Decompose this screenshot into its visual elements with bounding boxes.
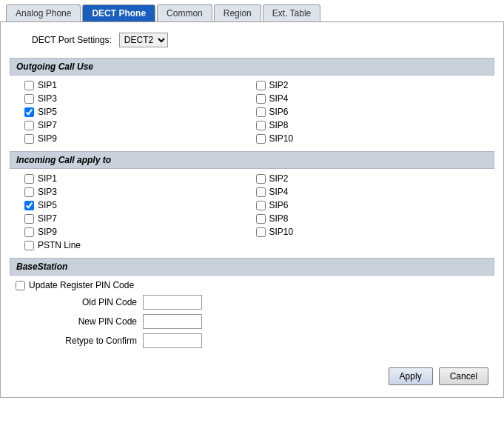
new-pin-label: New PIN Code <box>39 316 143 327</box>
in-sip4-label: SIP4 <box>269 187 289 197</box>
in-sip2-checkbox[interactable] <box>256 174 266 184</box>
incoming-call-header: Incoming Call apply to <box>10 151 494 169</box>
in-pstn-label: PSTN Line <box>38 240 81 250</box>
tab-ext-table[interactable]: Ext. Table <box>263 4 320 21</box>
in-sip8-checkbox[interactable] <box>256 214 266 224</box>
out-sip5-label: SIP5 <box>38 107 57 117</box>
list-item: SIP3 <box>24 187 256 197</box>
out-sip6-checkbox[interactable] <box>256 107 266 117</box>
in-sip1-checkbox[interactable] <box>24 174 34 184</box>
pin-fields: Old PIN Code New PIN Code Retype to Conf… <box>39 295 494 348</box>
basestation-section: BaseStation Update Register PIN Code Old… <box>10 258 494 348</box>
out-sip4-label: SIP4 <box>269 93 289 104</box>
tab-dect-phone[interactable]: DECT Phone <box>82 4 155 21</box>
new-pin-row: New PIN Code <box>39 314 494 329</box>
update-pin-label: Update Register PIN Code <box>29 280 134 290</box>
in-pstn-checkbox[interactable] <box>24 241 34 250</box>
out-sip9-label: SIP9 <box>38 133 57 144</box>
outgoing-call-grid: SIP1 SIP2 SIP3 SIP4 SIP5 SIP6 SIP7 SIP8 <box>24 80 487 144</box>
out-sip4-checkbox[interactable] <box>256 94 266 104</box>
dect-port-row: DECT Port Settings: DECT1 DECT2 DECT3 DE… <box>10 30 494 50</box>
out-sip8-label: SIP8 <box>269 120 289 130</box>
retype-pin-input[interactable] <box>143 333 202 348</box>
out-sip3-checkbox[interactable] <box>24 94 34 104</box>
old-pin-row: Old PIN Code <box>39 295 494 310</box>
list-item: SIP2 <box>256 173 488 184</box>
basestation-header: BaseStation <box>10 258 494 276</box>
dect-port-label: DECT Port Settings: <box>32 35 112 45</box>
list-item: SIP9 <box>24 133 256 144</box>
out-sip1-checkbox[interactable] <box>24 81 34 90</box>
in-sip1-label: SIP1 <box>38 173 57 184</box>
out-sip2-checkbox[interactable] <box>256 81 266 90</box>
in-sip10-label: SIP10 <box>269 227 294 237</box>
list-item: SIP5 <box>24 200 256 210</box>
in-sip2-label: SIP2 <box>269 173 289 184</box>
list-item: SIP6 <box>256 200 488 210</box>
out-sip9-checkbox[interactable] <box>24 134 34 144</box>
incoming-call-grid: SIP1 SIP2 SIP3 SIP4 SIP5 SIP6 SIP7 SIP8 <box>24 173 487 250</box>
out-sip8-checkbox[interactable] <box>256 121 266 130</box>
in-sip4-checkbox[interactable] <box>256 187 266 197</box>
list-item: SIP2 <box>256 80 488 90</box>
in-sip6-label: SIP6 <box>269 200 289 210</box>
in-sip5-checkbox[interactable] <box>24 201 34 210</box>
tab-common[interactable]: Common <box>157 4 212 21</box>
list-item: SIP5 <box>24 107 256 117</box>
in-sip9-checkbox[interactable] <box>24 227 34 237</box>
out-sip10-label: SIP10 <box>269 133 294 144</box>
in-sip9-label: SIP9 <box>38 227 57 237</box>
list-item: SIP8 <box>256 120 488 130</box>
tab-bar: Analog Phone DECT Phone Common Region Ex… <box>0 0 504 22</box>
retype-pin-label: Retype to Confirm <box>39 336 143 346</box>
update-pin-checkbox[interactable] <box>16 281 25 290</box>
list-item: PSTN Line <box>24 240 256 250</box>
outgoing-call-header: Outgoing Call Use <box>10 58 494 76</box>
in-sip3-checkbox[interactable] <box>24 187 34 197</box>
new-pin-input[interactable] <box>143 314 202 329</box>
out-sip1-label: SIP1 <box>38 80 57 90</box>
old-pin-label: Old PIN Code <box>39 297 143 307</box>
list-item: SIP1 <box>24 80 256 90</box>
list-item: SIP6 <box>256 107 488 117</box>
out-sip6-label: SIP6 <box>269 107 289 117</box>
out-sip3-label: SIP3 <box>38 93 57 104</box>
in-sip10-checkbox[interactable] <box>256 227 266 237</box>
out-sip2-label: SIP2 <box>269 80 289 90</box>
in-sip7-checkbox[interactable] <box>24 214 34 224</box>
list-item: SIP8 <box>256 213 488 224</box>
list-item: SIP4 <box>256 187 488 197</box>
out-sip7-checkbox[interactable] <box>24 121 34 130</box>
out-sip10-checkbox[interactable] <box>256 134 266 144</box>
list-item: SIP10 <box>256 133 488 144</box>
tab-analog-phone[interactable]: Analog Phone <box>6 4 81 21</box>
dect-port-select[interactable]: DECT1 DECT2 DECT3 DECT4 <box>119 33 168 47</box>
list-item: SIP10 <box>256 227 488 237</box>
list-item: SIP7 <box>24 213 256 224</box>
retype-pin-row: Retype to Confirm <box>39 333 494 348</box>
cancel-button[interactable]: Cancel <box>439 367 488 385</box>
list-item: SIP1 <box>24 173 256 184</box>
footer-buttons: Apply Cancel <box>10 363 494 390</box>
list-item: SIP4 <box>256 93 488 104</box>
out-sip7-label: SIP7 <box>38 120 57 130</box>
list-item: SIP9 <box>24 227 256 237</box>
apply-button[interactable]: Apply <box>389 367 433 385</box>
in-sip8-label: SIP8 <box>269 213 289 224</box>
in-sip3-label: SIP3 <box>38 187 57 197</box>
list-item: SIP7 <box>24 120 256 130</box>
tab-region[interactable]: Region <box>214 4 261 21</box>
in-sip6-checkbox[interactable] <box>256 201 266 210</box>
list-item: SIP3 <box>24 93 256 104</box>
out-sip5-checkbox[interactable] <box>24 107 34 117</box>
basestation-update-row: Update Register PIN Code <box>16 280 494 290</box>
old-pin-input[interactable] <box>143 295 202 310</box>
in-sip5-label: SIP5 <box>38 200 57 210</box>
in-sip7-label: SIP7 <box>38 213 57 224</box>
main-content: DECT Port Settings: DECT1 DECT2 DECT3 DE… <box>0 22 504 398</box>
